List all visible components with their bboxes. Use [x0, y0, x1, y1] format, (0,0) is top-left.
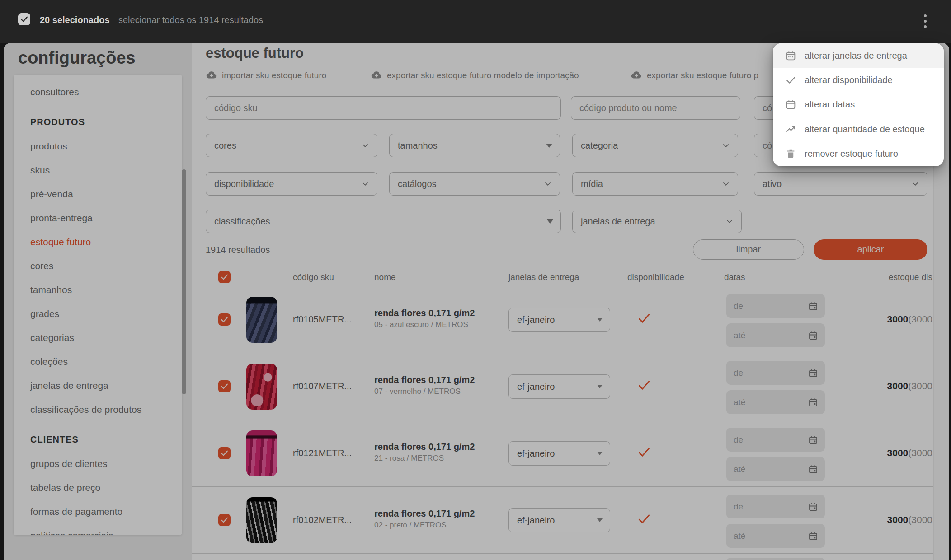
sidebar-item-cores[interactable]: cores: [14, 254, 182, 278]
availability-select[interactable]: disponibilidade: [206, 172, 377, 196]
row-name: renda flores 0,171 g/m2: [374, 308, 475, 318]
row-name: renda flores 0,171 g/m2: [374, 509, 475, 519]
row-checkbox[interactable]: [218, 380, 231, 392]
sidebar-item-pronta-entrega[interactable]: pronta-entrega: [14, 206, 182, 230]
triangle-down-icon: [597, 518, 603, 522]
trending-icon: [785, 123, 796, 135]
date-to-field[interactable]: até: [726, 524, 825, 548]
kebab-menu-icon[interactable]: [918, 12, 932, 30]
row-checkbox[interactable]: [218, 447, 231, 459]
export-model-link[interactable]: exportar sku estoque futuro modelo de im…: [371, 69, 579, 82]
delivery-window-dropdown[interactable]: ef-janeiro: [508, 374, 610, 399]
menu-item-alterar-quantidade[interactable]: alterar quantidade de estoque: [773, 117, 944, 141]
menu-item-remover-estoque[interactable]: remover estoque futuro: [773, 142, 944, 166]
active-select[interactable]: ativo: [754, 172, 927, 196]
calendar-icon: [808, 531, 819, 541]
check-icon: [785, 75, 796, 86]
triangle-down-icon: [547, 219, 553, 224]
sidebar-scrollbar[interactable]: [182, 169, 186, 394]
import-sku-link[interactable]: importar sku estoque futuro: [206, 69, 326, 82]
check-icon: [220, 382, 229, 391]
calendar-icon: [808, 501, 819, 512]
header-dates: datas: [724, 272, 745, 282]
export-sku-link[interactable]: exportar sku estoque futuro p: [631, 69, 758, 82]
menu-item-alterar-disponibilidade[interactable]: alterar disponibilidade: [773, 68, 944, 92]
classifications-select[interactable]: classificações: [206, 210, 561, 233]
row-checkbox[interactable]: [218, 514, 231, 526]
export-sku-label: exportar sku estoque futuro p: [647, 70, 758, 80]
selected-count-label: 20 selecionados: [40, 15, 110, 25]
trash-icon: [785, 148, 796, 160]
row-variant: 02 - preto / METROS: [374, 521, 447, 530]
sidebar-section-clientes: CLIENTES: [14, 428, 182, 452]
clear-button[interactable]: limpar: [693, 239, 804, 260]
sidebar-item-skus[interactable]: skus: [14, 158, 182, 182]
select-all-results-link[interactable]: selecionar todos os 1914 resultados: [118, 15, 263, 25]
product-code-or-name-input[interactable]: [571, 96, 740, 120]
calendar-icon: [785, 99, 796, 111]
table-row: rf0121METR... renda flores 0,171 g/m2 21…: [192, 420, 933, 486]
sku-code-input[interactable]: [206, 96, 561, 120]
sidebar-item-consultores[interactable]: consultores: [14, 80, 182, 104]
date-to-field[interactable]: até: [726, 457, 825, 481]
date-from-field[interactable]: de: [726, 428, 825, 452]
header-stock: estoque dis: [852, 272, 932, 282]
sidebar-item-pre-venda[interactable]: pré-venda: [14, 182, 182, 206]
row-variant: 21 - rosa / METROS: [374, 454, 444, 463]
sidebar-item-classificacoes[interactable]: classificações de produtos: [14, 397, 182, 421]
availability-check-icon: [637, 445, 651, 459]
date-from-field[interactable]: de: [726, 495, 825, 518]
date-to-field[interactable]: até: [726, 323, 825, 347]
catalogs-select[interactable]: catálogos: [389, 172, 560, 196]
sidebar-item-categorias[interactable]: categorias: [14, 326, 182, 350]
row-checkbox[interactable]: [218, 313, 231, 326]
delivery-window-dropdown[interactable]: ef-janeiro: [508, 508, 610, 532]
sidebar-item-tamanhos[interactable]: tamanhos: [14, 278, 182, 302]
sizes-select[interactable]: tamanhos: [389, 134, 560, 157]
triangle-down-icon: [597, 385, 603, 388]
sidebar-item-grades[interactable]: grades: [14, 302, 182, 326]
results-count: 1914 resultados: [206, 245, 270, 255]
page-title: estoque futuro: [206, 45, 304, 61]
category-select[interactable]: categoria: [572, 134, 738, 157]
row-stock: 3000(3000: [834, 514, 932, 525]
delivery-windows-select[interactable]: janelas de entrega: [572, 210, 742, 233]
selection-topbar: 20 selecionados selecionar todos os 1914…: [0, 0, 951, 43]
date-from-field[interactable]: de: [726, 294, 825, 318]
menu-item-alterar-datas[interactable]: alterar datas: [773, 93, 944, 117]
sidebar-item-tabelas-de-preco[interactable]: tabelas de preço: [14, 476, 182, 499]
availability-check-icon: [637, 378, 651, 392]
select-all-checkbox[interactable]: [18, 13, 30, 25]
row-name: renda flores 0,171 g/m2: [374, 375, 475, 385]
sidebar-item-grupos-de-clientes[interactable]: grupos de clientes: [14, 452, 182, 476]
delivery-window-dropdown[interactable]: ef-janeiro: [508, 441, 610, 466]
sidebar-item-colecoes[interactable]: coleções: [14, 350, 182, 373]
sidebar-item-estoque-futuro[interactable]: estoque futuro: [14, 230, 182, 254]
sidebar-item-janelas-de-entrega[interactable]: janelas de entrega: [14, 373, 182, 397]
chevron-down-icon: [911, 179, 920, 188]
menu-item-alterar-janelas[interactable]: alterar janelas de entrega: [773, 43, 944, 68]
row-name: renda flores 0,171 g/m2: [374, 442, 475, 452]
calendar-icon: [808, 397, 819, 408]
next-row-date-field-partial: [726, 558, 825, 560]
sidebar-title: configurações: [18, 48, 136, 68]
row-sku: rf0121METR...: [293, 448, 352, 458]
row-stock: 3000(3000: [834, 381, 932, 392]
apply-button[interactable]: aplicar: [814, 239, 927, 260]
triangle-down-icon: [597, 318, 603, 322]
date-from-field[interactable]: de: [726, 361, 825, 385]
sidebar-item-produtos[interactable]: produtos: [14, 134, 182, 158]
check-icon: [220, 516, 229, 524]
table-row: rf0105METR... renda flores 0,171 g/m2 05…: [192, 286, 933, 353]
table-body: rf0105METR... renda flores 0,171 g/m2 05…: [192, 286, 933, 554]
sidebar-item-politicas-comerciais[interactable]: políticas comerciais: [14, 523, 182, 535]
calendar-icon: [808, 368, 819, 378]
sidebar-item-formas-de-pagamento[interactable]: formas de pagamento: [14, 499, 182, 523]
check-icon: [220, 315, 229, 324]
date-to-field[interactable]: até: [726, 390, 825, 414]
media-select[interactable]: mídia: [572, 172, 738, 196]
colors-select[interactable]: cores: [206, 134, 377, 157]
cloud-upload-icon: [631, 70, 642, 81]
row-variant: 07 - vermelho / METROS: [374, 387, 461, 396]
delivery-window-dropdown[interactable]: ef-janeiro: [508, 308, 610, 332]
